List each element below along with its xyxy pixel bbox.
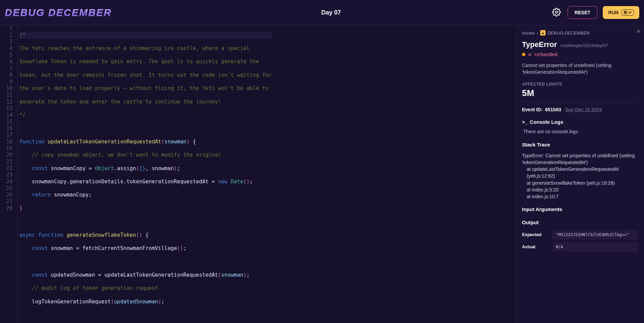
breadcrumb-project[interactable]: DEBUG-DECEMBER [548,30,590,36]
run-shortcut: ⌘ ↵ [621,9,634,16]
logo[interactable]: DEBUG DECEMBER [5,7,112,18]
header: DEBUG DECEMBER Day 07 RESET RUN ⌘ ↵ [0,0,644,25]
stack-trace-body: TypeError: Cannot set properties of unde… [522,152,638,200]
output-expected-row: Expected "MS12ZXJ5IHNlY3JldCB0b2tlbg==" [522,230,638,239]
breadcrumb: Issues › ▲ DEBUG-DECEMBER [522,30,638,36]
expected-value: "MS12ZXJ5IHNlY3JldCB0b2tlbg==" [552,230,638,239]
affected-label: AFFECTED LIGHTS [522,82,638,87]
actual-value: N/A [552,242,638,252]
expected-label: Expected [522,232,549,237]
terminal-icon: >_ [522,119,528,125]
project-icon: ▲ [540,30,546,36]
console-logs-header[interactable]: >_ Console Logs [522,119,638,125]
svg-point-0 [555,11,557,13]
reset-button[interactable]: RESET [568,6,598,19]
input-arguments-header: Input Arguments [522,206,638,212]
error-message: Cannot set properties of undefined (sett… [522,62,638,76]
actual-label: Actual [522,244,549,249]
error-title: TypeError [522,40,557,49]
main: 1234567891011121314151617181920212223242… [0,25,644,323]
gear-icon [552,8,561,17]
console-empty: There are no console.logs [523,129,638,134]
header-actions: RESET RUN ⌘ ↵ [551,6,639,19]
affected-value: 5M [522,88,638,98]
chevron-right-icon: › [537,30,538,36]
event-row: Event ID: 651b93 Sun Dec 15 2024 [522,107,638,112]
close-icon[interactable]: ✕ [636,28,641,34]
warning-dot-icon [522,53,525,56]
output-header: Output [522,220,638,225]
run-label: RUN [608,10,618,15]
code-area[interactable]: /* The Yeti reaches the entrance of a sh… [18,25,272,323]
event-date[interactable]: Sun Dec 15 2024 [565,107,602,112]
line-gutter: 1234567891011121314151617181920212223242… [0,25,18,323]
skull-icon: ☠ [528,52,532,57]
settings-button[interactable] [551,6,562,19]
unhandled-badge: ☠ Unhandled [522,52,638,57]
output-actual-row: Actual N/A [522,242,638,252]
stack-trace-header: Stack Trace [522,142,638,147]
issue-sidebar: ✕ Issues › ▲ DEBUG-DECEMBER TypeError /c… [516,25,644,323]
breadcrumb-issues[interactable]: Issues [522,30,535,36]
day-label: Day 07 [112,9,550,16]
code-editor[interactable]: 1234567891011121314151617181920212223242… [0,25,516,323]
divider [522,102,638,102]
error-path: /challenges/2024/day/07 [560,43,608,48]
run-button[interactable]: RUN ⌘ ↵ [603,6,639,19]
